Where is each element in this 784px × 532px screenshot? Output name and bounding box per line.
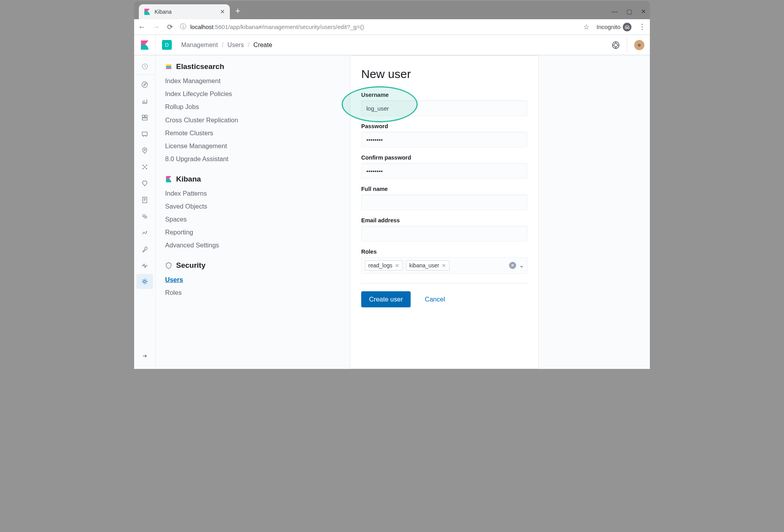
tab-title: Kibana [155, 9, 216, 15]
kibana-section-icon [165, 176, 172, 183]
fullname-input[interactable] [361, 194, 528, 210]
role-chip: kibana_user ✕ [406, 260, 449, 271]
svg-rect-8 [142, 118, 147, 120]
browser-tab-bar: Kibana ✕ + — ▢ ✕ [134, 1, 650, 19]
tab-close-icon[interactable]: ✕ [220, 8, 225, 15]
back-button[interactable]: ← [138, 23, 146, 31]
clear-roles-icon[interactable]: ✕ [509, 262, 516, 269]
kibana-favicon-icon [144, 8, 151, 15]
link-ccr[interactable]: Cross Cluster Replication [165, 115, 340, 125]
incognito-indicator: Incognito [597, 23, 631, 31]
password-input[interactable] [361, 132, 528, 147]
roles-label: Roles [361, 249, 528, 255]
nav-recent-icon[interactable] [134, 58, 156, 75]
section-title-elasticsearch: Elasticsearch [176, 62, 224, 71]
link-ilm[interactable]: Index Lifecycle Policies [165, 89, 340, 99]
svg-point-10 [144, 149, 146, 151]
management-sidebar: Elasticsearch Index Management Index Lif… [156, 55, 350, 369]
kibana-logo-icon [140, 40, 149, 50]
nav-dashboard-icon[interactable] [134, 109, 156, 126]
incognito-icon [623, 23, 631, 31]
breadcrumbs: Management / Users / Create [181, 42, 272, 49]
link-upgrade-assistant[interactable]: 8.0 Upgrade Assistant [165, 154, 340, 164]
svg-rect-9 [142, 132, 147, 136]
browser-address-bar: ← → ⟳ ⓘ localhost:5601/app/kibana#/manag… [134, 19, 650, 35]
chip-remove-icon[interactable]: ✕ [395, 263, 399, 269]
user-avatar[interactable]: e [634, 40, 644, 50]
elasticsearch-icon [165, 63, 172, 70]
bookmark-star-icon[interactable]: ☆ [583, 23, 589, 31]
nav-infra-icon[interactable] [134, 175, 156, 192]
role-chip: read_logs ✕ [365, 260, 403, 271]
username-input[interactable] [361, 100, 528, 116]
link-remote-clusters[interactable]: Remote Clusters [165, 128, 340, 138]
svg-point-0 [625, 27, 627, 29]
nav-maps-icon[interactable] [134, 142, 156, 159]
section-title-security: Security [176, 261, 206, 270]
link-users[interactable]: Users [165, 274, 340, 285]
nav-visualize-icon[interactable] [134, 93, 156, 109]
svg-point-17 [144, 280, 146, 282]
reload-button[interactable]: ⟳ [167, 23, 173, 31]
confirm-password-label: Confirm password [361, 154, 528, 161]
nav-uptime-icon[interactable] [134, 225, 156, 241]
shield-icon [165, 262, 172, 269]
kibana-logo[interactable] [134, 35, 156, 55]
breadcrumb-users[interactable]: Users [227, 42, 244, 49]
kibana-header: D Management / Users / Create e [134, 35, 650, 55]
link-rollup[interactable]: Rollup Jobs [165, 102, 340, 112]
forward-button[interactable]: → [153, 23, 160, 31]
password-label: Password [361, 123, 528, 129]
confirm-password-input[interactable] [361, 163, 528, 179]
site-info-icon[interactable]: ⓘ [180, 23, 186, 31]
breadcrumb-create: Create [253, 42, 272, 49]
fullname-label: Full name [361, 186, 528, 192]
link-saved-objects[interactable]: Saved Objects [165, 201, 340, 212]
nav-rail [134, 55, 156, 369]
svg-rect-6 [142, 115, 144, 117]
svg-rect-16 [143, 197, 147, 203]
svg-point-5 [142, 82, 147, 87]
nav-ml-icon[interactable] [134, 159, 156, 175]
svg-point-3 [614, 43, 618, 47]
svg-rect-7 [145, 115, 147, 117]
news-feed-icon[interactable] [612, 41, 620, 49]
link-roles[interactable]: Roles [165, 287, 340, 298]
chevron-down-icon[interactable]: ⌄ [519, 262, 524, 269]
nav-discover-icon[interactable] [134, 76, 156, 93]
svg-point-1 [628, 27, 629, 29]
link-license[interactable]: License Management [165, 141, 340, 151]
nav-management-icon[interactable] [136, 274, 153, 289]
chip-remove-icon[interactable]: ✕ [442, 263, 446, 269]
window-close-icon[interactable]: ✕ [641, 8, 646, 15]
new-tab-button[interactable]: + [235, 6, 240, 16]
nav-monitoring-icon[interactable] [134, 258, 156, 274]
nav-collapse-icon[interactable] [134, 348, 156, 364]
window-maximize-icon[interactable]: ▢ [626, 8, 632, 15]
roles-combobox[interactable]: read_logs ✕ kibana_user ✕ ✕ ⌄ [361, 257, 528, 274]
email-input[interactable] [361, 226, 528, 241]
nav-canvas-icon[interactable] [134, 126, 156, 142]
section-title-kibana: Kibana [176, 175, 201, 183]
browser-menu-icon[interactable]: ⋮ [638, 22, 646, 31]
link-spaces[interactable]: Spaces [165, 214, 340, 225]
browser-tab[interactable]: Kibana ✕ [139, 4, 230, 19]
breadcrumb-management[interactable]: Management [181, 42, 218, 49]
url-text[interactable]: localhost:5601/app/kibana#/management/se… [190, 24, 364, 30]
email-label: Email address [361, 217, 528, 223]
link-index-management[interactable]: Index Management [165, 76, 340, 86]
nav-logs-icon[interactable] [134, 192, 156, 208]
nav-devtools-icon[interactable] [134, 241, 156, 258]
user-form-panel: New user Username Password Confirm passw… [350, 55, 539, 369]
form-title: New user [361, 67, 528, 81]
link-index-patterns[interactable]: Index Patterns [165, 188, 340, 199]
link-advanced-settings[interactable]: Advanced Settings [165, 240, 340, 251]
create-user-button[interactable]: Create user [361, 291, 411, 307]
cancel-button[interactable]: Cancel [425, 296, 445, 303]
nav-apm-icon[interactable] [134, 208, 156, 225]
space-selector[interactable]: D [162, 40, 172, 50]
window-minimize-icon[interactable]: — [611, 8, 618, 15]
username-label: Username [361, 92, 528, 98]
link-reporting[interactable]: Reporting [165, 227, 340, 238]
